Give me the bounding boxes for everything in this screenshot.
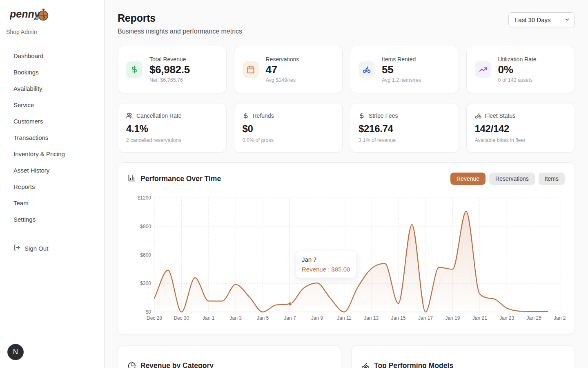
svg-text:Jan 15: Jan 15 — [391, 315, 406, 321]
stat-label: Utilization Rate — [498, 56, 537, 63]
bike-icon — [475, 112, 481, 119]
stat-value: 55 — [382, 63, 421, 76]
stat-value: $0 — [243, 123, 334, 135]
avatar-letter: N — [13, 348, 18, 356]
stat-card-refunds: Refunds$00.0% of gross — [234, 103, 343, 153]
page-title: Reports — [118, 12, 242, 24]
performance-chart-svg: $0$300$600$900$1200Dec 28Dec 30Jan 1Jan … — [128, 191, 566, 325]
svg-text:Jan 27: Jan 27 — [554, 315, 566, 321]
svg-text:Jan 19: Jan 19 — [445, 315, 460, 321]
stat-label: Fleet Status — [485, 112, 516, 119]
svg-text:Jan 25: Jan 25 — [527, 315, 541, 321]
stat-label: Total Revenue — [149, 56, 190, 63]
pie-chart-icon — [128, 362, 136, 368]
sign-out-button[interactable]: Sign Out — [7, 240, 97, 256]
svg-text:Jan 5: Jan 5 — [257, 315, 269, 321]
card-top-performing-models: Top Performing Models — [351, 346, 575, 368]
page-header: Reports Business insights and performanc… — [118, 12, 575, 35]
sidebar-item-team[interactable]: Team — [7, 195, 97, 211]
stat-subtext: Net: $6,765.76 — [149, 77, 190, 83]
bar-chart-icon — [128, 174, 136, 184]
sidebar-item-service[interactable]: Service — [7, 96, 97, 113]
tab-items[interactable]: Items — [539, 173, 565, 185]
stat-card-cancellation-rate: Cancellation Rate4.1%2 cancelled reserva… — [118, 103, 227, 153]
stats-row-1: Total Revenue$6,982.5Net: $6,765.76Reser… — [118, 46, 575, 93]
date-range-select[interactable]: Last 30 Days — [508, 12, 575, 27]
svg-text:$300: $300 — [140, 280, 151, 286]
bottom-cards: Revenue by CategoryTop Performing Models — [118, 346, 575, 368]
svg-text:Jan 11: Jan 11 — [337, 315, 351, 321]
main-content: Reports Business insights and performanc… — [105, 0, 588, 368]
sidebar-item-availability[interactable]: Availability — [7, 80, 97, 96]
users-icon — [126, 112, 133, 119]
sidebar-item-transactions[interactable]: Transactions — [7, 129, 97, 146]
stat-value: 47 — [266, 63, 299, 76]
sidebar-nav: DashboardBookingsAvailabilityServiceCust… — [0, 47, 104, 227]
svg-text:Jan 13: Jan 13 — [364, 315, 379, 321]
calendar-icon — [247, 65, 255, 74]
dollar-sign-icon — [359, 112, 365, 119]
stat-subtext: Available bikes in fleet — [475, 137, 567, 143]
svg-text:Jan 7: Jan 7 — [284, 315, 296, 321]
stat-subtext: 0 of 142 assets — [498, 77, 537, 83]
svg-text:$600: $600 — [140, 252, 151, 258]
stat-label: Refunds — [253, 112, 274, 119]
stat-card-fleet-status: Fleet Status142/142Available bikes in fl… — [466, 103, 575, 153]
stat-subtext: 3.1% of revenue — [359, 137, 450, 143]
sidebar-item-bookings[interactable]: Bookings — [7, 64, 97, 80]
sidebar: penny Shop Admin DashboardBookingsAvaila… — [0, 0, 105, 368]
performance-tabs: RevenueReservationsItems — [450, 173, 565, 185]
stat-value: $216.74 — [359, 123, 450, 135]
dollar-sign-icon — [243, 112, 249, 119]
tab-revenue[interactable]: Revenue — [450, 173, 486, 185]
performance-card: Performance Over Time RevenueReservation… — [118, 162, 575, 335]
dollar-sign-icon — [130, 65, 138, 74]
svg-text:Jan 3: Jan 3 — [230, 315, 242, 321]
stat-card-items-rented: Items Rented55Avg 1.2 items/res — [350, 46, 459, 93]
penny-logo: penny — [10, 6, 104, 25]
svg-text:Jan 21: Jan 21 — [472, 315, 487, 321]
sidebar-item-dashboard[interactable]: Dashboard — [7, 47, 97, 64]
date-range-wrap: Last 30 Days — [508, 12, 575, 27]
stat-label: Items Rented — [382, 56, 421, 63]
svg-text:Jan 23: Jan 23 — [499, 315, 514, 321]
performance-header: Performance Over Time RevenueReservation… — [128, 173, 565, 185]
stat-iconbox — [126, 61, 143, 78]
stat-card-total-revenue: Total Revenue$6,982.5Net: $6,765.76 — [118, 46, 227, 93]
stat-iconbox — [475, 61, 491, 78]
sidebar-item-inventory-pricing[interactable]: Inventory & Pricing — [7, 146, 97, 162]
sign-out-label: Sign Out — [24, 245, 48, 252]
stat-card-stripe-fees: Stripe Fees$216.743.1% of revenue — [350, 103, 459, 153]
trending-up-icon — [479, 65, 487, 74]
svg-text:Dec 28: Dec 28 — [147, 315, 162, 321]
stats-row-2: Cancellation Rate4.1%2 cancelled reserva… — [118, 103, 575, 153]
sidebar-item-asset-history[interactable]: Asset History — [7, 162, 97, 178]
stat-card-utilization-rate: Utilization Rate0%0 of 142 assets — [466, 46, 575, 93]
svg-text:$0: $0 — [146, 309, 151, 315]
card-revenue-by-category: Revenue by Category — [118, 346, 341, 368]
log-out-icon — [13, 244, 20, 251]
card-title: Revenue by Category — [140, 361, 214, 368]
brand-subtitle: Shop Admin — [6, 29, 104, 35]
bike-icon — [361, 362, 370, 368]
sidebar-item-customers[interactable]: Customers — [7, 113, 97, 129]
stat-value: 4.1% — [126, 123, 218, 135]
stat-value: 0% — [498, 63, 537, 76]
stat-subtext: 0.0% of gross — [243, 137, 334, 143]
stat-subtext: Avg $149/res — [266, 77, 299, 83]
svg-text:$1200: $1200 — [138, 195, 151, 201]
bar-chart-icon — [128, 174, 136, 182]
performance-chart[interactable]: $0$300$600$900$1200Dec 28Dec 30Jan 1Jan … — [128, 191, 565, 325]
stat-value: $6,982.5 — [149, 63, 190, 76]
svg-text:Dec 30: Dec 30 — [174, 315, 189, 321]
tab-reservations[interactable]: Reservations — [489, 173, 535, 185]
stat-label: Reservations — [266, 56, 299, 63]
stat-iconbox — [243, 61, 259, 78]
sidebar-item-reports[interactable]: Reports — [7, 178, 97, 195]
stat-label: Stripe Fees — [369, 112, 398, 119]
performance-title: Performance Over Time — [140, 175, 221, 183]
sidebar-item-settings[interactable]: Settings — [7, 211, 97, 227]
dev-indicator-button[interactable]: N — [7, 344, 24, 360]
stat-subtext: 2 cancelled reservations — [126, 137, 218, 143]
stat-subtext: Avg 1.2 items/res — [382, 77, 421, 83]
